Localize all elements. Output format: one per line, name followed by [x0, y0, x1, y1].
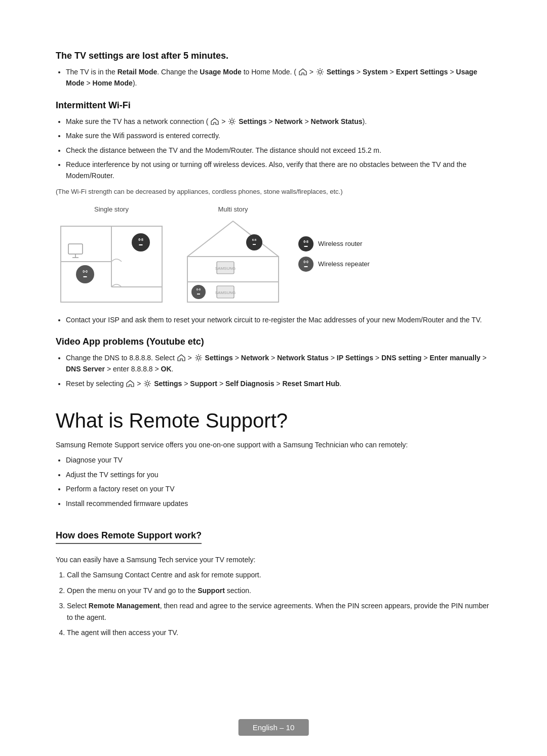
wifi-bullet-2: Make sure the Wifi password is entered c… [66, 130, 491, 141]
svg-text:▬: ▬ [139, 242, 143, 246]
how-remote-intro: You can easily have a Samsung Tech servi… [56, 554, 491, 565]
svg-text:▬: ▬ [253, 242, 256, 245]
video-app-heading: Video App problems (Youtube etc) [56, 337, 491, 347]
settings-icon-3 [194, 354, 203, 362]
svg-text:0·0: 0·0 [197, 288, 201, 291]
svg-rect-6 [68, 244, 83, 254]
dns-nav-network: Network [241, 354, 269, 362]
tv-settings-heading: The TV settings are lost after 5 minutes… [56, 51, 491, 61]
svg-text:6·8: 6·8 [138, 238, 143, 241]
how-step-3: Select Remote Management, then read and … [67, 600, 491, 623]
remote-support-section: What is Remote Support? Samsung Remote S… [56, 409, 491, 509]
page-footer: English – 10 [239, 719, 309, 736]
wifi-section: Intermittent Wi-Fi Make sure the TV has … [56, 100, 491, 325]
legend-router-label: Wireless router [318, 240, 362, 247]
svg-text:SAMSUNG: SAMSUNG [215, 266, 236, 271]
dns-nav-settings: Settings [205, 354, 233, 362]
legend-router: 6·8 ▬ Wireless router [298, 236, 370, 252]
nav-system: System [363, 68, 388, 76]
video-app-bullet-2: Reset by selecting > Settings > Support … [66, 378, 491, 389]
dns-nav-dns-setting: DNS setting [381, 354, 421, 362]
dns-nav-dns-server: DNS Server [66, 365, 105, 373]
how-step-4: The agent will then access your TV. [67, 627, 491, 638]
dns-nav-status: Network Status [277, 354, 329, 362]
single-story-block: Single story 6·8 [56, 205, 167, 307]
nav-network-status: Network Status [311, 117, 363, 125]
how-remote-section: How does Remote Support work? You can ea… [56, 520, 491, 638]
dns-ok: OK [161, 365, 172, 373]
svg-text:▬: ▬ [304, 244, 308, 247]
how-step-2: Open the menu on your TV and go to the S… [67, 585, 491, 596]
dns-nav-ip: IP Settings [337, 354, 373, 362]
svg-text:0·0: 0·0 [303, 260, 308, 264]
wifi-contact-bullet: Contact your ISP and ask them to reset y… [66, 314, 491, 325]
reset-nav-settings: Settings [154, 380, 182, 388]
legend-repeater-label: Wireless repeater [318, 260, 370, 268]
svg-text:0·0: 0·0 [83, 270, 88, 273]
svg-point-34 [146, 382, 149, 385]
wifi-note: (The Wi-Fi strength can be decreased by … [56, 187, 491, 197]
remote-support-intro: Samsung Remote Support service offers yo… [56, 439, 491, 450]
remote-support-heading: What is Remote Support? [56, 409, 491, 432]
reset-nav-support: Support [190, 380, 217, 388]
home-icon-2 [211, 117, 219, 124]
svg-text:SAMSUNG: SAMSUNG [215, 290, 236, 295]
tv-settings-bullet: The TV is in the Retail Mode. Change the… [66, 66, 491, 89]
tv-settings-section: The TV settings are lost after 5 minutes… [56, 51, 491, 89]
diagram-legend: 6·8 ▬ Wireless router 0·0 ▬ Wireless rep… [298, 236, 370, 272]
svg-text:▬: ▬ [304, 264, 308, 268]
video-app-bullet-1: Change the DNS to 8.8.8.8. Select > Sett… [66, 352, 491, 375]
settings-icon-2 [228, 117, 236, 125]
single-story-label: Single story [94, 205, 129, 213]
home-icon-4 [126, 379, 134, 386]
wifi-bullet-3: Check the distance between the TV and th… [66, 145, 491, 156]
nav-network: Network [275, 117, 302, 125]
svg-point-33 [197, 356, 200, 359]
multi-story-block: Multi story SAMSUNG SAMSUNG [177, 205, 289, 307]
home-icon [299, 67, 307, 74]
remote-bullet-4: Install recommended firmware updates [66, 498, 491, 509]
svg-text:▬: ▬ [84, 274, 87, 278]
settings-icon-4 [143, 380, 151, 388]
wifi-bullet-4: Reduce interference by not using or turn… [66, 159, 491, 182]
svg-point-0 [319, 70, 322, 73]
svg-text:6·8: 6·8 [303, 240, 308, 243]
multi-story-svg: SAMSUNG SAMSUNG 6·8 ▬ 0·0 ▬ [177, 216, 289, 307]
usage-mode-text: Usage Mode [200, 68, 241, 76]
single-story-svg: 6·8 ▬ 0·0 ▬ [56, 216, 167, 307]
multi-story-label: Multi story [218, 205, 248, 213]
reset-nav-smart-hub: Reset Smart Hub [282, 380, 339, 388]
remote-bullet-3: Perform a factory reset on your TV [66, 483, 491, 494]
legend-repeater: 0·0 ▬ Wireless repeater [298, 256, 370, 272]
remote-bullet-2: Adjust the TV settings for you [66, 469, 491, 480]
how-remote-heading: How does Remote Support work? [56, 530, 202, 544]
video-app-section: Video App problems (Youtube etc) Change … [56, 337, 491, 389]
svg-text:6·8: 6·8 [252, 238, 257, 241]
nav-home-mode: Home Mode [93, 79, 133, 87]
remote-bullet-1: Diagnose your TV [66, 454, 491, 466]
footer-label: English – 10 [253, 723, 295, 732]
remote-mgmt-bold: Remote Management [89, 602, 160, 610]
diagram-container: Single story 6·8 [56, 205, 491, 307]
svg-point-1 [230, 120, 233, 123]
dns-nav-enter-manually: Enter manually [429, 354, 480, 362]
nav-expert-settings: Expert Settings [396, 68, 448, 76]
nav-settings-wifi: Settings [239, 117, 266, 125]
support-bold: Support [198, 586, 225, 595]
home-icon-3 [177, 353, 185, 360]
how-step-1: Call the Samsung Contact Centre and ask … [67, 569, 491, 580]
wifi-bullet-1: Make sure the TV has a network connectio… [66, 116, 491, 127]
retail-mode-text: Retail Mode [118, 68, 158, 76]
reset-nav-self-diag: Self Diagnosis [225, 380, 274, 388]
nav-settings-1: Settings [327, 68, 355, 76]
settings-icon-1 [316, 68, 324, 76]
wifi-heading: Intermittent Wi-Fi [56, 100, 491, 111]
svg-text:▬: ▬ [197, 292, 200, 295]
